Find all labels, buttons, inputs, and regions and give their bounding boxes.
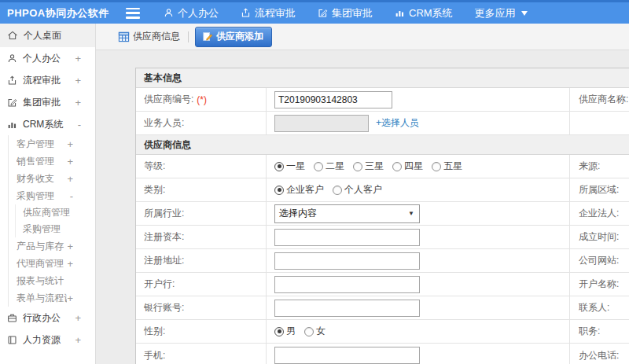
collapse-icon[interactable]: - [78,119,95,131]
radio-label: 四星 [404,160,423,173]
radio-selected-icon[interactable] [274,186,284,195]
sidebar-item-13[interactable]: 代理商管理+ [0,255,95,272]
expand-icon[interactable]: + [67,173,95,185]
expand-icon[interactable]: + [75,312,95,324]
text-input[interactable] [274,91,392,108]
top-nav: 个人办公流程审批集团审批CRM系统更多应用 [164,6,528,20]
nav-item-3[interactable]: 集团审批 [318,6,373,20]
radio-option[interactable]: 二星 [314,160,344,173]
edit-icon [318,8,328,18]
tab-supplier-add[interactable]: 供应商添加 [195,27,272,47]
menu-icon[interactable] [126,8,140,19]
radio-icon[interactable] [353,162,362,171]
text-input[interactable] [274,229,420,246]
sidebar-item-12[interactable]: 产品与库存+ [0,237,95,255]
form-field-cell [267,273,570,296]
form-label-cell: 性别: [136,320,267,343]
tab-supplier-info[interactable]: 供应商信息 [118,30,180,43]
sidebar-item-10[interactable]: 供应商管理 [0,204,95,221]
form-label-cell: 开户名称: [570,273,629,296]
tab-separator [188,31,189,42]
person-picker-input [274,115,369,132]
field-label: 职务: [579,325,600,338]
expand-icon[interactable]: + [67,292,95,304]
expand-icon[interactable]: + [75,75,95,86]
radio-selected-icon[interactable] [274,162,284,171]
flow-icon [7,75,17,86]
form-label-cell: 公司网站: [570,249,629,272]
radio-option[interactable]: 个人客户 [333,183,382,197]
radio-option[interactable]: 一星 [274,160,305,173]
text-input[interactable] [274,347,420,364]
form-label-cell: 手机: [136,344,267,364]
radio-label: 二星 [326,160,344,173]
radio-icon[interactable] [432,162,441,171]
sidebar-item-9[interactable]: 采购管理- [0,187,95,204]
radio-label: 个人客户 [344,183,382,197]
radio-selected-icon[interactable] [274,327,284,336]
radio-icon[interactable] [314,162,323,171]
field-label: 企业法人: [579,207,619,220]
form-row: 注册地址:公司网站: [136,249,629,273]
sidebar-item-label: 采购管理 [17,189,70,203]
form-field-cell [267,344,570,364]
sidebar-item-15[interactable]: 表单与流程设置+ [0,289,95,307]
field-label: 供应商名称: [579,93,628,106]
nav-item-4[interactable]: CRM系统 [395,6,453,20]
form-label-cell: 注册地址: [136,249,267,272]
sidebar-item-17[interactable]: 人力资源+ [0,329,95,351]
sidebar-item-7[interactable]: 销售管理+ [0,153,95,170]
form-row: 供应商编号:(*)供应商名称:(*) [136,88,629,112]
form-row: 性别:男女职务: [136,320,629,344]
sidebar-item-label: 采购管理 [23,222,95,236]
select-person-link[interactable]: +选择人员 [376,116,419,130]
radio-option[interactable]: 企业客户 [274,183,324,197]
expand-icon[interactable]: + [67,258,95,270]
radio-icon[interactable] [333,186,342,195]
collapse-icon[interactable]: - [70,190,95,202]
sidebar-item-label: 行政办公 [23,311,69,325]
sidebar-item-4[interactable]: 集团审批+ [0,91,95,113]
expand-icon[interactable]: + [75,97,95,108]
sidebar-item-11[interactable]: 采购管理 [0,221,95,237]
text-input[interactable] [274,276,420,293]
form-label-cell: 联系人: [570,296,629,319]
sidebar-item-5[interactable]: CRM系统- [0,113,95,135]
sidebar-item-6[interactable]: 客户管理+ [0,135,95,153]
sidebar-item-1[interactable]: 个人桌面 [0,24,95,47]
radio-option[interactable]: 四星 [392,160,423,173]
form-scroll-area: 基本信息供应商编号:(*)供应商名称:(*)业务人员:+选择人员供应商信息等级:… [96,50,629,364]
expand-icon[interactable]: + [67,241,95,252]
radio-icon[interactable] [304,327,314,336]
form-field-cell: 男女 [267,320,570,343]
sidebar-item-2[interactable]: 个人办公+ [0,47,95,69]
top-header: PHPOA协同办公软件 个人办公流程审批集团审批CRM系统更多应用 [0,0,629,24]
radio-icon[interactable] [392,162,402,171]
field-label: 供应商编号: [144,93,193,106]
form-field-cell: +选择人员 [267,112,570,134]
industry-select[interactable]: 选择内容▼ [274,204,420,223]
radio-option[interactable]: 女 [304,325,326,338]
text-input[interactable] [274,300,420,317]
caret-down-icon [521,11,528,16]
nav-item-2[interactable]: 流程审批 [241,6,296,20]
nav-item-1[interactable]: 个人办公 [164,6,219,20]
expand-icon[interactable]: + [75,334,95,346]
nav-item-label: 个人办公 [178,6,219,20]
expand-icon[interactable]: + [67,138,95,150]
radio-option[interactable]: 三星 [353,160,384,173]
expand-icon[interactable]: + [75,53,95,64]
sidebar-item-label: 报表与统计 [17,274,95,288]
sidebar-item-14[interactable]: 报表与统计 [0,272,95,289]
expand-icon[interactable]: + [67,156,95,167]
nav-item-5[interactable]: 更多应用 [475,6,528,20]
text-input[interactable] [274,252,420,270]
sidebar-item-8[interactable]: 财务收支+ [0,170,95,187]
radio-option[interactable]: 男 [274,325,296,338]
field-label: 办公电话: [579,349,619,362]
sidebar-item-3[interactable]: 流程审批+ [0,69,95,91]
radio-option[interactable]: 五星 [432,160,462,173]
form-row: 类别:企业客户个人客户所属区域: [136,178,629,202]
sidebar-item-16[interactable]: 行政办公+ [0,307,95,329]
form-label-cell: 企业法人: [570,202,629,225]
